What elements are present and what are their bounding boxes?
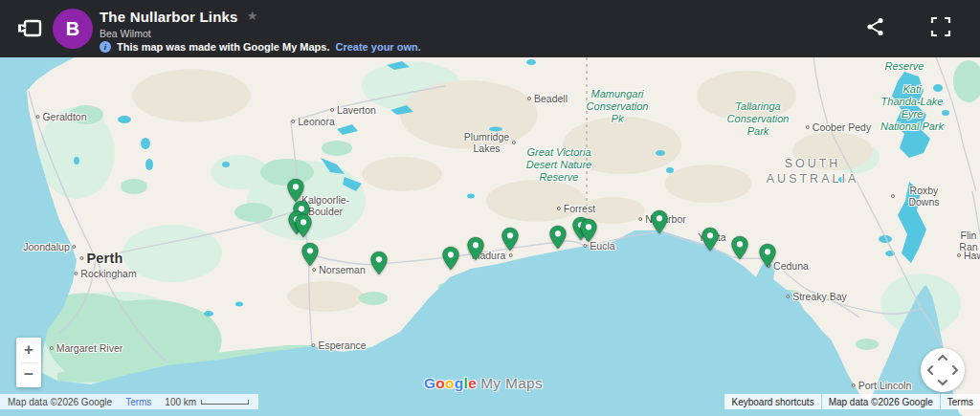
- attribution-bar-right: Keyboard shortcuts Map data ©2026 Google…: [724, 394, 980, 409]
- map-data-text-right: Map data ©2026 Google: [822, 394, 940, 409]
- scale-text: 100 km: [165, 397, 196, 407]
- info-icon: i: [100, 41, 111, 53]
- create-your-own-link[interactable]: Create your own.: [336, 41, 421, 53]
- map-author: Bea Wilmot: [100, 28, 257, 39]
- map-data-text: Map data ©2026 Google: [8, 397, 112, 407]
- map-pin[interactable]: [466, 236, 485, 261]
- terms-link[interactable]: Terms: [125, 397, 151, 407]
- terms-link-right[interactable]: Terms: [941, 394, 980, 409]
- map-pin[interactable]: [701, 227, 720, 252]
- map-pin[interactable]: [579, 218, 598, 243]
- title-block: The Nullarbor Links★ Bea Wilmot: [100, 9, 257, 39]
- scale-ruler: [201, 400, 249, 405]
- map-pin[interactable]: [369, 251, 389, 275]
- map-terrain: [0, 57, 980, 416]
- star-icon: ★: [247, 9, 258, 23]
- zoom-out-button[interactable]: −: [16, 363, 41, 388]
- keyboard-shortcuts-link[interactable]: Keyboard shortcuts: [724, 394, 820, 409]
- page-title: The Nullarbor Links: [100, 9, 238, 25]
- map-pin[interactable]: [294, 213, 313, 238]
- map-pin[interactable]: [301, 242, 320, 267]
- zoom-in-button[interactable]: +: [16, 338, 41, 362]
- my-maps-embed: B The Nullarbor Links★ Bea Wilmot i This…: [0, 0, 980, 416]
- zoom-control: + −: [16, 338, 41, 387]
- map-pin[interactable]: [501, 227, 520, 252]
- map-pin[interactable]: [730, 235, 749, 260]
- map-pin[interactable]: [548, 225, 568, 250]
- side-panel-toggle-icon[interactable]: [17, 18, 42, 39]
- map-pin[interactable]: [650, 209, 669, 234]
- banner-text: This map was made with Google My Maps.: [117, 41, 330, 53]
- pan-arrows-icon: [921, 348, 965, 392]
- scale-control: 100 km: [165, 397, 249, 407]
- fullscreen-button[interactable]: [929, 15, 952, 38]
- header-bar: B The Nullarbor Links★ Bea Wilmot i This…: [0, 0, 980, 57]
- avatar: B: [53, 9, 93, 49]
- attribution-bar-left: Map data ©2026 Google Terms 100 km: [0, 394, 258, 409]
- mymaps-banner: i This map was made with Google My Maps.…: [100, 41, 421, 53]
- share-button[interactable]: [864, 15, 887, 38]
- pan-control[interactable]: [921, 348, 965, 392]
- map-pin[interactable]: [441, 246, 460, 271]
- map-canvas[interactable]: GeraldtonJoondalupPerthRockinghamMargare…: [0, 57, 980, 416]
- map-pin[interactable]: [758, 243, 777, 268]
